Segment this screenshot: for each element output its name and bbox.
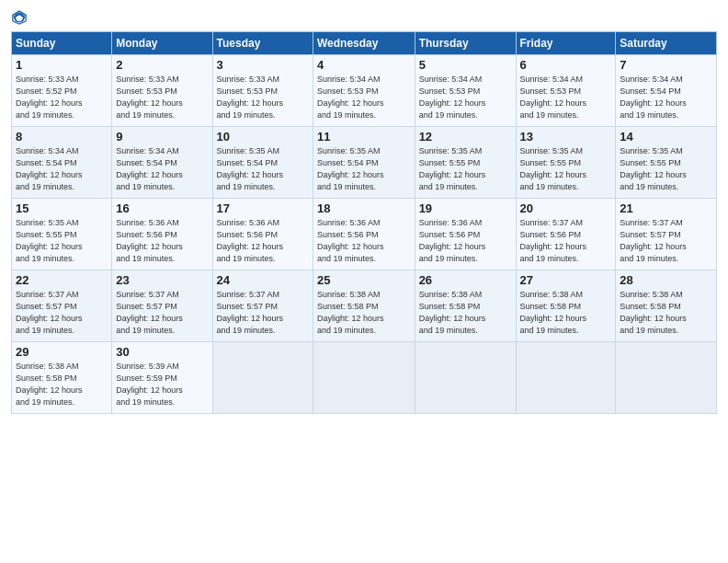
- day-number: 24: [217, 273, 309, 287]
- day-cell: 27Sunrise: 5:38 AMSunset: 5:58 PMDayligh…: [516, 270, 616, 342]
- day-info: Sunrise: 5:38 AMSunset: 5:58 PMDaylight:…: [16, 361, 108, 408]
- day-cell: 5Sunrise: 5:34 AMSunset: 5:53 PMDaylight…: [415, 55, 516, 127]
- day-info: Sunrise: 5:35 AMSunset: 5:55 PMDaylight:…: [520, 145, 612, 193]
- day-number: 17: [217, 201, 309, 215]
- day-number: 12: [419, 130, 512, 144]
- day-cell: [415, 342, 516, 414]
- day-number: 18: [317, 201, 411, 215]
- day-number: 19: [419, 201, 512, 215]
- day-info: Sunrise: 5:35 AMSunset: 5:54 PMDaylight:…: [217, 145, 309, 193]
- day-number: 21: [620, 201, 712, 215]
- page: SundayMondayTuesdayWednesdayThursdayFrid…: [0, 0, 728, 563]
- day-cell: [212, 342, 313, 414]
- day-cell: 24Sunrise: 5:37 AMSunset: 5:57 PMDayligh…: [212, 270, 313, 342]
- day-number: 8: [16, 130, 108, 144]
- day-info: Sunrise: 5:37 AMSunset: 5:57 PMDaylight:…: [620, 217, 712, 265]
- day-number: 14: [620, 130, 712, 144]
- day-info: Sunrise: 5:37 AMSunset: 5:56 PMDaylight:…: [520, 217, 612, 265]
- day-info: Sunrise: 5:35 AMSunset: 5:54 PMDaylight:…: [317, 145, 411, 193]
- day-cell: 1Sunrise: 5:33 AMSunset: 5:52 PMDaylight…: [12, 55, 112, 127]
- day-cell: 6Sunrise: 5:34 AMSunset: 5:53 PMDaylight…: [516, 55, 616, 127]
- day-cell: 13Sunrise: 5:35 AMSunset: 5:55 PMDayligh…: [516, 127, 616, 199]
- day-cell: 20Sunrise: 5:37 AMSunset: 5:56 PMDayligh…: [516, 199, 616, 270]
- day-cell: 21Sunrise: 5:37 AMSunset: 5:57 PMDayligh…: [616, 199, 717, 270]
- day-number: 16: [116, 201, 208, 215]
- day-info: Sunrise: 5:33 AMSunset: 5:53 PMDaylight:…: [217, 74, 309, 121]
- column-header-thursday: Thursday: [415, 32, 516, 55]
- day-info: Sunrise: 5:35 AMSunset: 5:55 PMDaylight:…: [419, 145, 512, 193]
- day-number: 2: [116, 58, 208, 72]
- day-cell: 4Sunrise: 5:34 AMSunset: 5:53 PMDaylight…: [313, 55, 415, 127]
- day-cell: 12Sunrise: 5:35 AMSunset: 5:55 PMDayligh…: [415, 127, 516, 199]
- day-cell: 9Sunrise: 5:34 AMSunset: 5:54 PMDaylight…: [112, 127, 212, 199]
- day-number: 29: [16, 345, 108, 359]
- day-number: 6: [520, 58, 612, 72]
- day-cell: [616, 342, 717, 414]
- day-cell: 8Sunrise: 5:34 AMSunset: 5:54 PMDaylight…: [12, 127, 112, 199]
- day-info: Sunrise: 5:35 AMSunset: 5:55 PMDaylight:…: [620, 145, 712, 193]
- day-number: 5: [419, 58, 512, 72]
- day-number: 30: [116, 345, 208, 359]
- day-info: Sunrise: 5:37 AMSunset: 5:57 PMDaylight:…: [217, 289, 309, 337]
- day-cell: 29Sunrise: 5:38 AMSunset: 5:58 PMDayligh…: [12, 342, 112, 414]
- day-cell: 19Sunrise: 5:36 AMSunset: 5:56 PMDayligh…: [415, 199, 516, 270]
- day-cell: 17Sunrise: 5:36 AMSunset: 5:56 PMDayligh…: [212, 199, 313, 270]
- column-header-tuesday: Tuesday: [212, 32, 313, 55]
- day-cell: 3Sunrise: 5:33 AMSunset: 5:53 PMDaylight…: [212, 55, 313, 127]
- day-info: Sunrise: 5:38 AMSunset: 5:58 PMDaylight:…: [520, 289, 612, 337]
- day-info: Sunrise: 5:34 AMSunset: 5:53 PMDaylight:…: [317, 74, 411, 121]
- day-cell: 23Sunrise: 5:37 AMSunset: 5:57 PMDayligh…: [112, 270, 212, 342]
- day-cell: 10Sunrise: 5:35 AMSunset: 5:54 PMDayligh…: [212, 127, 313, 199]
- day-number: 10: [217, 130, 309, 144]
- day-cell: 26Sunrise: 5:38 AMSunset: 5:58 PMDayligh…: [415, 270, 516, 342]
- day-number: 3: [217, 58, 309, 72]
- day-number: 11: [317, 130, 411, 144]
- day-number: 28: [620, 273, 712, 287]
- day-info: Sunrise: 5:37 AMSunset: 5:57 PMDaylight:…: [116, 289, 208, 337]
- day-number: 4: [317, 58, 411, 72]
- day-cell: 11Sunrise: 5:35 AMSunset: 5:54 PMDayligh…: [313, 127, 415, 199]
- day-info: Sunrise: 5:34 AMSunset: 5:53 PMDaylight:…: [419, 74, 512, 121]
- week-row-1: 1Sunrise: 5:33 AMSunset: 5:52 PMDaylight…: [12, 55, 717, 127]
- day-cell: 25Sunrise: 5:38 AMSunset: 5:58 PMDayligh…: [313, 270, 415, 342]
- week-row-4: 22Sunrise: 5:37 AMSunset: 5:57 PMDayligh…: [12, 270, 717, 342]
- day-number: 25: [317, 273, 411, 287]
- day-info: Sunrise: 5:34 AMSunset: 5:53 PMDaylight:…: [520, 74, 612, 121]
- day-info: Sunrise: 5:36 AMSunset: 5:56 PMDaylight:…: [419, 217, 512, 265]
- day-info: Sunrise: 5:36 AMSunset: 5:56 PMDaylight:…: [217, 217, 309, 265]
- week-row-3: 15Sunrise: 5:35 AMSunset: 5:55 PMDayligh…: [12, 199, 717, 270]
- day-cell: 14Sunrise: 5:35 AMSunset: 5:55 PMDayligh…: [616, 127, 717, 199]
- column-header-wednesday: Wednesday: [313, 32, 415, 55]
- calendar-header-row: SundayMondayTuesdayWednesdayThursdayFrid…: [12, 32, 717, 55]
- day-info: Sunrise: 5:33 AMSunset: 5:53 PMDaylight:…: [116, 74, 208, 121]
- day-info: Sunrise: 5:35 AMSunset: 5:55 PMDaylight:…: [16, 217, 108, 265]
- day-cell: [516, 342, 616, 414]
- day-cell: 28Sunrise: 5:38 AMSunset: 5:58 PMDayligh…: [616, 270, 717, 342]
- day-cell: 22Sunrise: 5:37 AMSunset: 5:57 PMDayligh…: [12, 270, 112, 342]
- week-row-2: 8Sunrise: 5:34 AMSunset: 5:54 PMDaylight…: [12, 127, 717, 199]
- day-info: Sunrise: 5:38 AMSunset: 5:58 PMDaylight:…: [317, 289, 411, 337]
- day-info: Sunrise: 5:34 AMSunset: 5:54 PMDaylight:…: [16, 145, 108, 193]
- day-number: 7: [620, 58, 712, 72]
- header-area: [11, 9, 717, 26]
- day-number: 20: [520, 201, 612, 215]
- logo: [11, 9, 29, 26]
- day-number: 13: [520, 130, 612, 144]
- day-info: Sunrise: 5:38 AMSunset: 5:58 PMDaylight:…: [620, 289, 712, 337]
- day-number: 26: [419, 273, 512, 287]
- column-header-sunday: Sunday: [12, 32, 112, 55]
- column-header-saturday: Saturday: [616, 32, 717, 55]
- column-header-friday: Friday: [516, 32, 616, 55]
- day-info: Sunrise: 5:34 AMSunset: 5:54 PMDaylight:…: [620, 74, 712, 121]
- day-number: 15: [16, 201, 108, 215]
- day-info: Sunrise: 5:39 AMSunset: 5:59 PMDaylight:…: [116, 361, 208, 408]
- day-info: Sunrise: 5:36 AMSunset: 5:56 PMDaylight:…: [116, 217, 208, 265]
- day-info: Sunrise: 5:34 AMSunset: 5:54 PMDaylight:…: [116, 145, 208, 193]
- day-number: 23: [116, 273, 208, 287]
- day-cell: 15Sunrise: 5:35 AMSunset: 5:55 PMDayligh…: [12, 199, 112, 270]
- day-number: 1: [16, 58, 108, 72]
- day-number: 27: [520, 273, 612, 287]
- day-number: 9: [116, 130, 208, 144]
- day-cell: 7Sunrise: 5:34 AMSunset: 5:54 PMDaylight…: [616, 55, 717, 127]
- day-cell: [313, 342, 415, 414]
